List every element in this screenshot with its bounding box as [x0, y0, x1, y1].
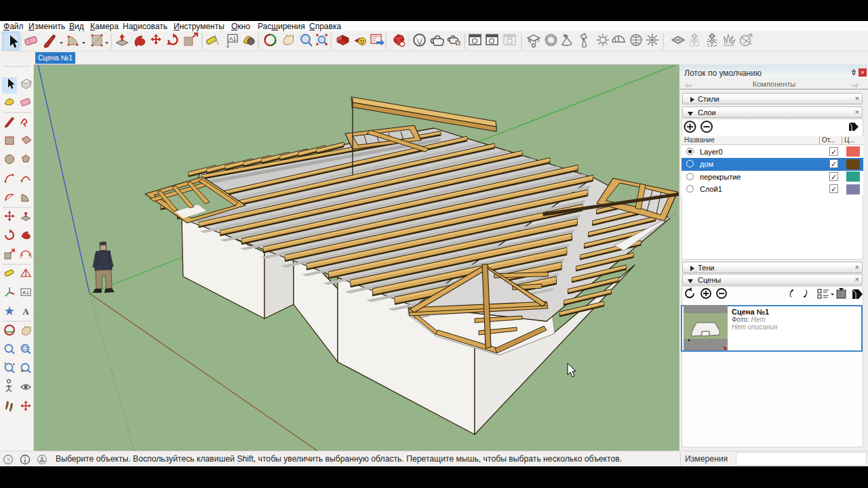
svg-text:A: A: [22, 306, 29, 317]
svg-text:A1: A1: [22, 289, 29, 296]
svg-text:?: ?: [6, 457, 9, 464]
svg-text:A1: A1: [229, 35, 237, 42]
